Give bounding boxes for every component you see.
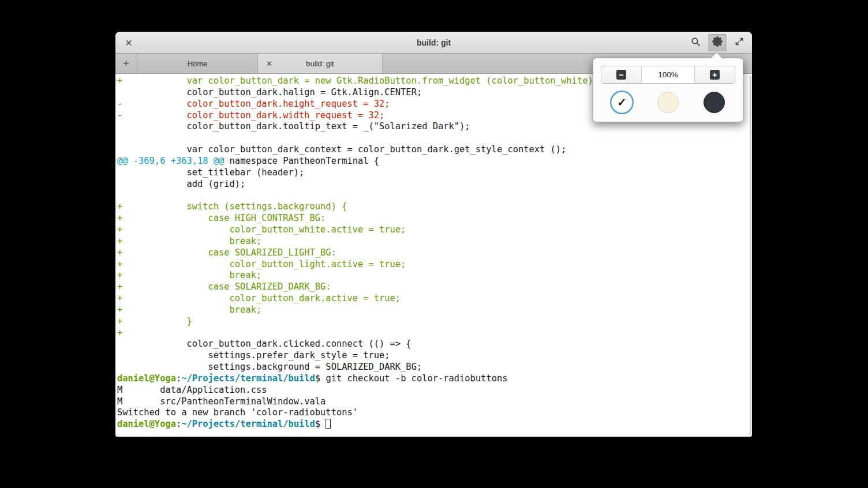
terminal-text-segment: + break;	[117, 236, 261, 246]
terminal-text-segment: var color_button_dark_context = color_bu…	[117, 144, 566, 155]
terminal-text-segment: + case HIGH_CONTRAST_BG:	[117, 213, 326, 223]
plus-icon: +	[123, 57, 129, 70]
terminal-line: var color_button_dark_context = color_bu…	[117, 144, 752, 156]
terminal-text-segment: + case SOLARIZED_DARK_BG:	[117, 281, 331, 292]
terminal-text-segment: settings.background = SOLARIZED_DARK_BG;	[117, 362, 422, 372]
terminal-line: @@ -369,6 +363,18 @@ namespace PantheonT…	[117, 156, 752, 167]
terminal-line: +	[117, 328, 752, 339]
terminal-line: + }	[117, 316, 752, 328]
terminal-text-segment: + color_button_dark.active = true;	[117, 293, 401, 303]
settings-popover: − 100% + ✓	[593, 58, 743, 122]
terminal-line: + color_button_dark.active = true;	[117, 293, 752, 305]
terminal-text-segment: + break;	[117, 270, 261, 280]
terminal-text-segment: $	[315, 419, 326, 429]
zoom-controls: − 100% +	[601, 66, 735, 84]
terminal-screen[interactable]: + var color_button_dark = new Gtk.RadioB…	[115, 74, 752, 437]
search-button[interactable]	[686, 34, 705, 51]
theme-swatch-solarized-light[interactable]	[657, 92, 679, 113]
terminal-line: color_button_dark.clicked.connect (() =>…	[117, 339, 752, 350]
terminal-text-segment: + }	[117, 316, 192, 326]
terminal-text-segment: +	[117, 328, 122, 338]
terminal-text-segment: :	[176, 419, 181, 429]
terminal-text-segment: @@ -369,6 +363,18 @@	[117, 156, 224, 166]
search-icon	[691, 37, 701, 49]
terminal-text-segment: + break;	[117, 305, 261, 315]
terminal-text-segment: - color_button_dark.width_request = 32;	[117, 110, 384, 121]
terminal-line: M src/PantheonTerminalWindow.vala	[117, 396, 752, 408]
tab-home[interactable]: Home	[137, 54, 258, 73]
terminal-text-segment: ~/Projects/terminal/build	[181, 419, 315, 429]
tab-label: build: git	[306, 59, 334, 68]
terminal-line: settings.background = SOLARIZED_DARK_BG;	[117, 362, 752, 373]
terminal-text-segment: set_titlebar (header);	[117, 167, 304, 178]
terminal-text-segment: - color_button_dark.height_request = 32;	[117, 99, 390, 109]
terminal-text-segment: + var color_button_dark = new Gtk.RadioB…	[117, 76, 598, 86]
theme-swatch-high-contrast-light[interactable]: ✓	[611, 92, 633, 113]
terminal-line: color_button_dark.tooltip_text = _("Sola…	[117, 121, 752, 133]
terminal-text-segment: settings.prefer_dark_style = true;	[117, 350, 390, 361]
terminal-line: + color_button_white.active = true;	[117, 224, 752, 236]
terminal-text-segment: $ git checkout -b color-radiobuttons	[315, 373, 508, 384]
terminal-line: M data/Application.css	[117, 385, 752, 396]
theme-swatches: ✓	[601, 84, 735, 114]
terminal-line: + case HIGH_CONTRAST_BG:	[117, 213, 752, 224]
titlebar[interactable]: ✕ build: git	[115, 32, 752, 54]
terminal-line: settings.prefer_dark_style = true;	[117, 350, 752, 362]
zoom-level-button[interactable]: 100%	[642, 66, 694, 83]
terminal-line: + switch (settings.background) {	[117, 201, 752, 213]
terminal-line: + break;	[117, 236, 752, 247]
new-tab-button[interactable]: +	[115, 54, 137, 73]
terminal-text-segment: + color_button_light.active = true;	[117, 259, 406, 269]
terminal-text-segment: + switch (settings.background) {	[117, 201, 347, 212]
terminal-line: Switched to a new branch 'color-radiobut…	[117, 407, 752, 419]
tab-label: Home	[188, 59, 208, 68]
terminal-text-segment: add (grid);	[117, 179, 245, 189]
terminal-text-segment: Switched to a new branch 'color-radiobut…	[117, 407, 358, 418]
terminal-text-segment: daniel@Yoga	[117, 419, 176, 429]
terminal-line: + case SOLARIZED_DARK_BG:	[117, 281, 752, 293]
theme-swatch-solarized-dark[interactable]	[704, 92, 725, 113]
window-title: build: git	[115, 32, 752, 54]
terminal-text-segment: ~/Projects/terminal/build	[181, 373, 315, 384]
terminal-line: + color_button_light.active = true;	[117, 259, 752, 271]
terminal-text-segment: color_button_dark.tooltip_text = _("Sola…	[117, 121, 470, 132]
zoom-in-button[interactable]: +	[694, 66, 735, 83]
terminal-line: + break;	[117, 305, 752, 316]
terminal-cursor	[326, 419, 331, 429]
tab-build-git[interactable]: ✕ build: git	[258, 54, 383, 73]
terminal-line: add (grid);	[117, 179, 752, 190]
titlebar-actions	[686, 34, 749, 51]
terminal-text-segment: + color_button_white.active = true;	[117, 224, 406, 235]
terminal-line: set_titlebar (header);	[117, 167, 752, 179]
check-icon: ✓	[618, 97, 627, 108]
terminal-line	[117, 133, 752, 144]
terminal-text-segment: :	[176, 373, 181, 384]
zoom-in-icon: +	[710, 70, 720, 80]
terminal-line: + case SOLARIZED_LIGHT_BG:	[117, 247, 752, 259]
terminal-text-segment: + case SOLARIZED_LIGHT_BG:	[117, 247, 336, 258]
scrollbar[interactable]	[750, 76, 751, 435]
gear-icon	[712, 36, 723, 49]
terminal-line: + break;	[117, 270, 752, 281]
terminal-text-segment: M data/Application.css	[117, 385, 267, 395]
terminal-text-segment: M src/PantheonTerminalWindow.vala	[117, 396, 326, 407]
zoom-out-icon: −	[616, 70, 626, 80]
terminal-line: daniel@Yoga:~/Projects/terminal/build$	[117, 419, 752, 430]
zoom-out-button[interactable]: −	[601, 66, 642, 83]
terminal-line	[117, 190, 752, 201]
terminal-text-segment: namespace PantheonTerminal {	[224, 156, 379, 166]
tab-close-button[interactable]: ✕	[266, 59, 272, 68]
terminal-text-segment: color_button_dark.halign = Gtk.Align.CEN…	[117, 87, 422, 97]
terminal-line: daniel@Yoga:~/Projects/terminal/build$ g…	[117, 373, 752, 385]
resize-arrows-icon	[735, 37, 744, 48]
fullscreen-button[interactable]	[730, 34, 749, 51]
terminal-text-segment: daniel@Yoga	[117, 373, 176, 384]
settings-button[interactable]	[708, 34, 727, 51]
terminal-text-segment: color_button_dark.clicked.connect (() =>…	[117, 339, 411, 349]
